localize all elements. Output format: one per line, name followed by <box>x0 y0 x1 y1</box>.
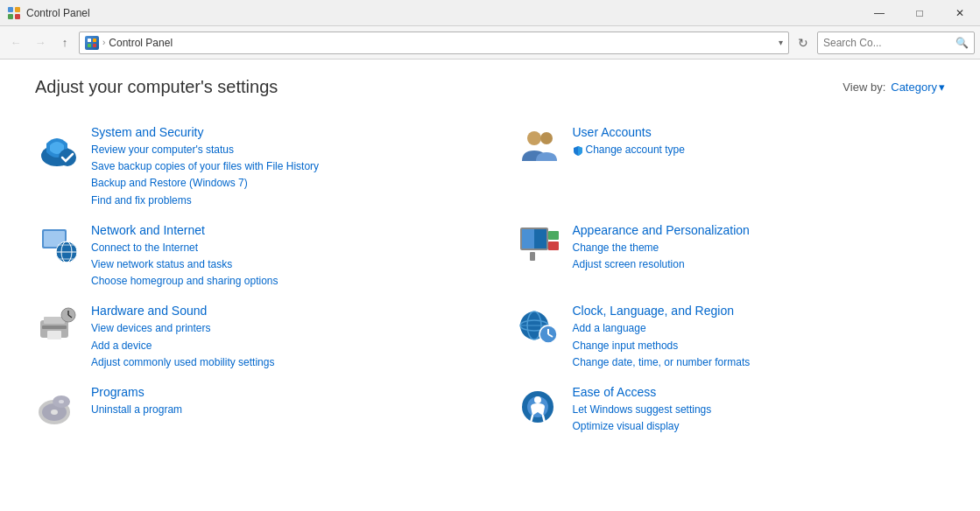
svg-rect-2 <box>8 14 13 19</box>
breadcrumb: › Control Panel <box>85 36 173 50</box>
category-appearance: Appearance and Personalization Change th… <box>517 216 946 298</box>
search-box[interactable]: 🔍 <box>817 32 975 54</box>
icon-ease-access <box>517 385 561 429</box>
svg-rect-27 <box>47 331 61 340</box>
icon-system-security <box>35 125 79 169</box>
view-by-label: View by: <box>843 80 885 94</box>
link-backup-files[interactable]: Save backup copies of your files with Fi… <box>91 158 464 175</box>
titlebar-controls: — □ ✕ <box>859 0 980 26</box>
link-uninstall-program[interactable]: Uninstall a program <box>91 402 464 418</box>
minimize-button[interactable]: — <box>859 0 899 26</box>
page-title: Adjust your computer's settings <box>35 77 278 97</box>
app-icon <box>7 6 21 20</box>
maximize-button[interactable]: □ <box>899 0 940 26</box>
titlebar-left: Control Panel <box>7 6 90 20</box>
categories-grid: System and Security Review your computer… <box>35 118 945 442</box>
icon-user-accounts <box>517 125 561 169</box>
forward-button[interactable]: → <box>30 32 51 53</box>
category-title-user-accounts[interactable]: User Accounts <box>573 125 946 139</box>
icon-network-internet <box>35 223 79 267</box>
svg-rect-0 <box>8 7 13 12</box>
breadcrumb-separator: › <box>102 38 105 47</box>
svg-rect-21 <box>522 229 534 248</box>
titlebar: Control Panel — □ ✕ <box>0 0 980 26</box>
refresh-button[interactable]: ↻ <box>793 32 814 53</box>
view-by: View by: Category ▾ <box>843 80 945 94</box>
window-title: Control Panel <box>26 7 90 19</box>
link-backup-restore[interactable]: Backup and Restore (Windows 7) <box>91 175 464 192</box>
link-optimize-display[interactable]: Optimize visual display <box>573 418 946 435</box>
view-by-category: Category <box>891 80 937 94</box>
category-content-appearance: Appearance and Personalization Change th… <box>573 223 946 273</box>
icon-hardware-sound <box>35 304 79 347</box>
category-content-ease-access: Ease of Access Let Windows suggest setti… <box>573 385 946 435</box>
link-screen-resolution[interactable]: Adjust screen resolution <box>573 256 946 273</box>
category-programs: Programs Uninstall a program <box>35 378 464 442</box>
svg-rect-24 <box>530 252 535 261</box>
link-add-language[interactable]: Add a language <box>573 320 946 337</box>
icon-clock-language <box>517 304 561 347</box>
view-by-arrow: ▾ <box>939 80 945 94</box>
category-system-security: System and Security Review your computer… <box>35 118 464 216</box>
svg-rect-3 <box>15 14 20 19</box>
svg-point-46 <box>534 396 541 403</box>
back-button[interactable]: ← <box>5 32 26 53</box>
breadcrumb-text: Control Panel <box>109 37 173 49</box>
svg-point-11 <box>540 132 553 144</box>
svg-rect-23 <box>548 231 559 240</box>
category-title-appearance[interactable]: Appearance and Personalization <box>573 223 946 237</box>
link-devices-printers[interactable]: View devices and printers <box>91 320 464 337</box>
category-content-clock-language: Clock, Language, and Region Add a langua… <box>573 304 946 371</box>
search-icon: 🔍 <box>955 37 969 49</box>
svg-rect-5 <box>93 38 96 42</box>
category-content-user-accounts: User Accounts Change account type <box>573 125 946 158</box>
category-title-programs[interactable]: Programs <box>91 385 464 399</box>
category-title-network-internet[interactable]: Network and Internet <box>91 223 464 237</box>
page-header: Adjust your computer's settings View by:… <box>35 77 945 97</box>
link-add-device[interactable]: Add a device <box>91 338 464 354</box>
search-input[interactable] <box>823 37 952 49</box>
svg-point-10 <box>527 131 541 145</box>
link-review-status[interactable]: Review your computer's status <box>91 142 464 158</box>
category-clock-language: Clock, Language, and Region Add a langua… <box>517 297 946 378</box>
category-hardware-sound: Hardware and Sound View devices and prin… <box>35 297 464 378</box>
category-title-clock-language[interactable]: Clock, Language, and Region <box>573 304 946 318</box>
category-content-system-security: System and Security Review your computer… <box>91 125 464 209</box>
address-dropdown: ▾ <box>779 38 783 47</box>
link-connect-internet[interactable]: Connect to the Internet <box>91 240 464 256</box>
category-content-hardware-sound: Hardware and Sound View devices and prin… <box>91 304 464 371</box>
breadcrumb-icon <box>85 36 99 50</box>
link-homegroup[interactable]: Choose homegroup and sharing options <box>91 273 464 290</box>
category-ease-access: Ease of Access Let Windows suggest setti… <box>517 378 946 442</box>
link-input-methods[interactable]: Change input methods <box>573 338 946 354</box>
category-network-internet: Network and Internet Connect to the Inte… <box>35 216 464 298</box>
category-content-network-internet: Network and Internet Connect to the Inte… <box>91 223 464 290</box>
shield-icon-small <box>573 145 583 156</box>
link-date-time[interactable]: Change date, time, or number formats <box>573 354 946 371</box>
address-box[interactable]: › Control Panel ▾ <box>79 32 789 54</box>
svg-rect-1 <box>15 7 20 12</box>
link-find-fix[interactable]: Find and fix problems <box>91 192 464 209</box>
svg-rect-6 <box>88 44 91 47</box>
close-button[interactable]: ✕ <box>940 0 980 26</box>
view-by-value[interactable]: Category ▾ <box>891 80 945 94</box>
link-change-account[interactable]: Change account type <box>573 142 946 158</box>
link-windows-suggest[interactable]: Let Windows suggest settings <box>573 402 946 418</box>
category-title-system-security[interactable]: System and Security <box>91 125 464 139</box>
category-title-hardware-sound[interactable]: Hardware and Sound <box>91 304 464 318</box>
addressbar: ← → ↑ › Control Panel ▾ ↻ 🔍 <box>0 26 980 60</box>
main-content: Adjust your computer's settings View by:… <box>0 60 980 459</box>
icon-appearance <box>517 223 561 267</box>
svg-rect-22 <box>548 242 559 250</box>
up-button[interactable]: ↑ <box>54 32 75 53</box>
address-dropdown-button[interactable]: ▾ <box>779 38 783 47</box>
category-title-ease-access[interactable]: Ease of Access <box>573 385 946 399</box>
svg-rect-28 <box>42 326 67 329</box>
link-mobility-settings[interactable]: Adjust commonly used mobility settings <box>91 354 464 371</box>
svg-point-43 <box>59 400 64 403</box>
category-content-programs: Programs Uninstall a program <box>91 385 464 418</box>
icon-programs <box>35 385 79 429</box>
svg-rect-4 <box>88 38 91 42</box>
link-change-theme[interactable]: Change the theme <box>573 240 946 256</box>
link-network-status[interactable]: View network status and tasks <box>91 256 464 273</box>
